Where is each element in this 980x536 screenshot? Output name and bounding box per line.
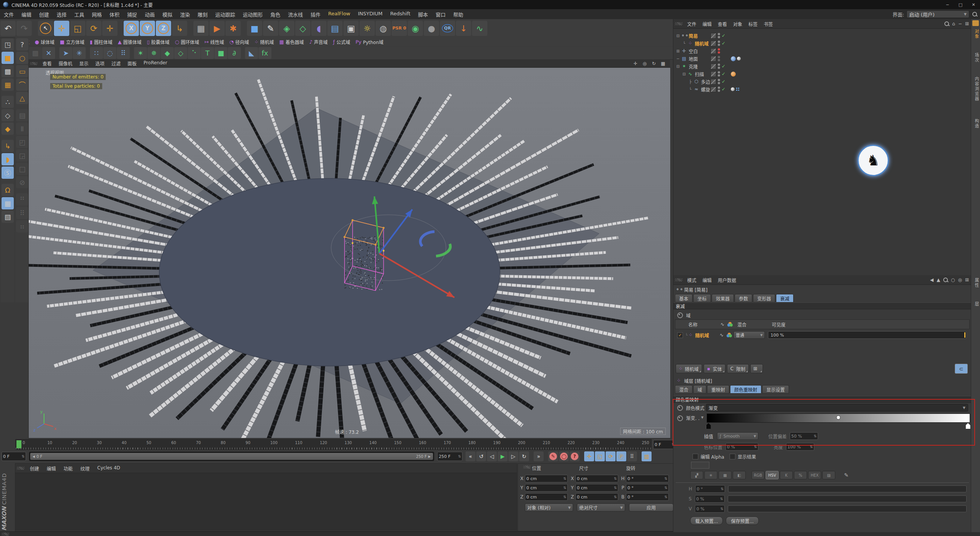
brightness-field[interactable]: 100 %⇅ xyxy=(786,443,814,451)
sound-field-button[interactable]: ♪声音域 xyxy=(309,39,328,45)
camera-object[interactable]: ▣ xyxy=(343,21,359,36)
stepper-icon[interactable]: ⇅ xyxy=(664,495,667,499)
visibility-dots[interactable] xyxy=(718,33,720,39)
menu-创建[interactable]: 创建 xyxy=(35,11,53,18)
colorsystem-HEX[interactable]: HEX xyxy=(808,471,821,479)
hsv-s-slider[interactable] xyxy=(728,495,967,502)
point-delete-tool[interactable]: ✕ xyxy=(42,47,55,59)
tab-效果器[interactable]: 效果器 xyxy=(712,294,734,302)
object-label[interactable]: 简易 xyxy=(689,33,698,39)
menu-网格[interactable]: 网格 xyxy=(88,11,106,18)
size-mode-dropdown[interactable]: 绝对尺寸▼ xyxy=(577,503,625,511)
bend-deformer[interactable]: ◖ xyxy=(311,21,327,36)
panel-grip[interactable] xyxy=(675,22,683,25)
viewport-menu-显示[interactable]: 显示 xyxy=(76,60,92,67)
key-parameter-toggle[interactable]: Ⓟ xyxy=(616,451,626,461)
axis-mode-button[interactable]: ↳ xyxy=(2,140,14,152)
move-tool[interactable]: ✛ xyxy=(54,21,69,36)
floor-object[interactable]: ▤ xyxy=(327,21,343,36)
stepper-icon[interactable]: ⇅ xyxy=(563,486,566,490)
grid-dots-tool[interactable]: ⠿ xyxy=(117,47,130,59)
attribute-menu-编辑[interactable]: 编辑 xyxy=(699,277,715,283)
menu-INSYDIUM[interactable]: INSYDIUM xyxy=(354,11,386,18)
viewport-menu-面板[interactable]: 面板 xyxy=(124,60,140,67)
simulation-mode-button[interactable]: Ⓢ xyxy=(2,167,14,179)
cylinder-field-button[interactable]: ▮圆柱体域 xyxy=(90,39,113,45)
render-dot[interactable] xyxy=(718,51,720,54)
viewport-solo-button[interactable]: ◗ xyxy=(2,153,14,165)
menu-脚本[interactable]: 脚本 xyxy=(414,11,432,18)
menu-Redshift[interactable]: Redshift xyxy=(386,11,414,18)
visibility-dots[interactable] xyxy=(718,63,720,69)
rectangle-selection-icon[interactable]: ▭ xyxy=(16,65,28,77)
model-mode-button[interactable]: ■ xyxy=(2,52,14,64)
active-panel-icon[interactable] xyxy=(972,20,979,26)
rotation-h-input[interactable]: 0 °⇅ xyxy=(626,475,669,482)
menu-帮助[interactable]: 帮助 xyxy=(449,11,467,18)
last-tool-move[interactable]: ✛ xyxy=(102,21,118,36)
position-y-input[interactable]: 0 cm⇅ xyxy=(525,484,568,492)
workplane-paint-mode[interactable]: ▦ xyxy=(2,78,14,91)
next-key-button[interactable]: ▷ xyxy=(508,451,518,461)
enable-check-icon[interactable]: ✓ xyxy=(722,71,726,77)
wire-sphere-tool[interactable]: ◇ xyxy=(174,47,187,59)
rotate-view-icon[interactable]: ↻ xyxy=(649,60,658,67)
circle-dots-tool[interactable]: ◌ xyxy=(103,47,116,59)
panel-tab-内容浏览器[interactable]: 内容浏览器 xyxy=(973,77,979,101)
fx-tool[interactable]: fx xyxy=(258,47,271,59)
z-axis-lock[interactable]: Z xyxy=(156,21,171,36)
visibility-dots[interactable] xyxy=(718,78,720,85)
layer-tab-显示设置[interactable]: 显示设置 xyxy=(762,385,789,394)
extrude-tool[interactable]: ◰ xyxy=(16,136,28,148)
torus-field-button[interactable]: ○圆环体域 xyxy=(175,39,199,45)
toggle-view-icon[interactable]: ▦ xyxy=(658,60,668,67)
blend-mode-dropdown[interactable]: 普通▼ xyxy=(733,331,765,339)
object-menu-标签[interactable]: 标签 xyxy=(745,21,761,27)
material-list-area[interactable] xyxy=(15,473,517,531)
swatch-icon[interactable]: ▩ xyxy=(719,471,732,479)
subdivision-surface-generator[interactable]: ◈ xyxy=(279,21,294,36)
point-add-tool[interactable]: ✳ xyxy=(73,47,86,59)
menu-流水线[interactable]: 流水线 xyxy=(284,11,307,18)
render-dot[interactable] xyxy=(718,74,720,77)
position-x-input[interactable]: 0 cm⇅ xyxy=(525,475,568,482)
menu-文件[interactable]: 文件 xyxy=(0,11,18,18)
key-rotation-toggle[interactable]: ⟳ xyxy=(606,451,616,461)
keyframe-selection-button[interactable]: ▥ xyxy=(642,451,652,461)
mospline-tool[interactable]: ∂ xyxy=(228,47,241,59)
editor-dot[interactable] xyxy=(718,56,720,58)
editor-dot[interactable] xyxy=(718,41,720,43)
history-back-icon[interactable]: ◀ xyxy=(930,277,934,283)
stepper-icon[interactable]: ⇅ xyxy=(614,486,617,490)
edges-mode-button[interactable]: ◇ xyxy=(2,109,14,121)
panel-tab-场次[interactable]: 场次 xyxy=(973,53,979,63)
menu-插件[interactable]: 插件 xyxy=(307,11,324,18)
motext-tool[interactable]: T xyxy=(201,47,214,59)
expander-icon[interactable]: ⊟ xyxy=(682,72,686,76)
menu-角色[interactable]: 角色 xyxy=(266,11,284,18)
range-left-arrow[interactable]: ◀ xyxy=(33,455,35,458)
stepper-icon[interactable]: ⇅ xyxy=(720,507,724,511)
menu-运动图形[interactable]: 运动图形 xyxy=(239,11,266,18)
hsv-v-slider[interactable] xyxy=(728,505,967,512)
stepper-icon[interactable]: ⇅ xyxy=(664,477,667,480)
close-button[interactable]: ✕ xyxy=(967,0,980,9)
steps-tool[interactable]: ∷ xyxy=(90,47,103,59)
tree-row-多边[interactable]: ├⬡多边✓ xyxy=(673,78,971,85)
tab-参数[interactable]: 参数 xyxy=(735,294,752,302)
keyframe-help-button[interactable]: ? xyxy=(570,451,580,461)
panel-tab-构造[interactable]: 构造 xyxy=(973,119,979,129)
minus-icon[interactable]: − xyxy=(958,21,962,26)
hsv-v-field[interactable]: 0 %⇅ xyxy=(695,505,725,513)
viewport-menu-选项[interactable]: 选项 xyxy=(92,60,108,67)
expander-icon[interactable]: ⊞ xyxy=(676,49,680,53)
attribute-menu-用户数据[interactable]: 用户数据 xyxy=(715,277,739,283)
render-dot[interactable] xyxy=(718,67,720,69)
spline-edit-tool[interactable]: ➤ xyxy=(59,47,72,59)
record-key-button[interactable]: ✎ xyxy=(548,451,558,461)
displacer-object[interactable]: ● xyxy=(424,21,439,36)
play-button[interactable]: ▶ xyxy=(498,451,508,461)
panel-grip[interactable] xyxy=(523,466,531,469)
folder-add-button[interactable]: ⊞ xyxy=(750,364,763,373)
visibility-dots[interactable] xyxy=(718,48,720,54)
